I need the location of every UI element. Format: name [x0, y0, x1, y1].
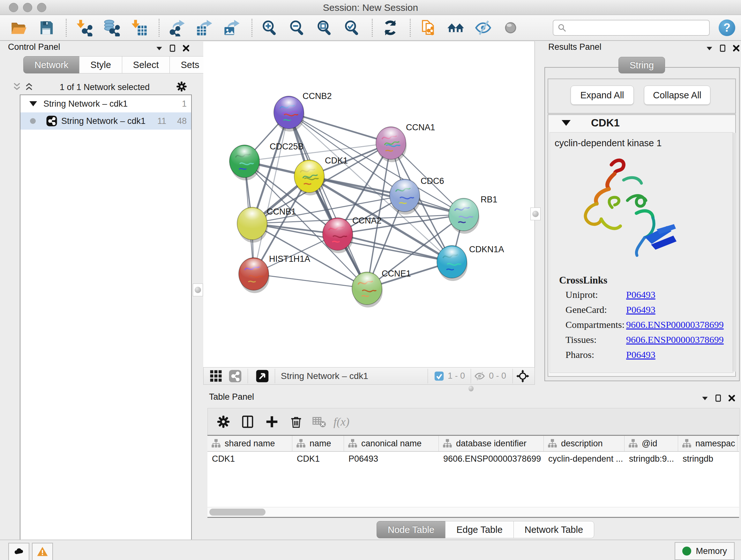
crosslink-row: Pharos:P06493	[565, 349, 731, 360]
delete-column-button[interactable]	[289, 415, 304, 429]
import-table-icon	[131, 19, 148, 37]
tab-style[interactable]: Style	[79, 56, 122, 73]
tab-string[interactable]: String	[618, 57, 665, 73]
gene-expander-icon[interactable]	[562, 120, 570, 126]
table-cell[interactable]: CDK1	[292, 452, 344, 466]
show-columns-button[interactable]	[240, 415, 255, 429]
gene-header[interactable]: CDK1	[562, 117, 721, 129]
table-cell[interactable]: 9606.ENSP00000378699	[439, 452, 544, 466]
export-image-button[interactable]	[223, 18, 241, 37]
results-panel-menu-icon[interactable]	[705, 44, 714, 52]
export-table-icon	[196, 19, 213, 37]
column-header--id[interactable]: @id	[624, 436, 678, 451]
search-input[interactable]	[569, 22, 705, 33]
column-header-name[interactable]: name	[292, 436, 344, 451]
table-cell[interactable]: cyclin-dependent ...	[544, 452, 624, 466]
memory-button[interactable]: Memory	[675, 542, 735, 560]
birdseye-view-button[interactable]	[256, 369, 269, 383]
crosslink-link[interactable]: 9606.ENSP00000378699	[626, 319, 724, 330]
zoom-in-button[interactable]	[261, 18, 279, 37]
network-background[interactable]	[203, 42, 534, 367]
crosslink-label: Pharos:	[565, 349, 626, 360]
collapse-all-icon[interactable]	[12, 82, 22, 92]
column-header-canonical-name[interactable]: canonical name	[344, 436, 439, 451]
warning-button[interactable]	[32, 543, 53, 560]
left-splitter-handle[interactable]	[193, 284, 203, 296]
table-cell[interactable]: stringdb:9...	[624, 452, 678, 466]
column-header-shared-name[interactable]: shared name	[207, 436, 292, 451]
tab-edge-table[interactable]: Edge Table	[445, 521, 514, 538]
network-collection-row[interactable]: String Network – cdk1 1	[20, 95, 191, 112]
import-database-button[interactable]	[103, 18, 121, 37]
right-splitter-handle[interactable]	[530, 207, 541, 220]
collapse-all-button[interactable]: Collapse All	[644, 85, 711, 105]
import-network-button[interactable]	[75, 18, 93, 37]
add-column-button[interactable]	[265, 415, 279, 429]
gray-eye-button[interactable]	[501, 18, 520, 37]
horizontal-splitter-handle[interactable]	[467, 385, 475, 392]
zoom-fit-button[interactable]	[316, 18, 334, 37]
tab-network[interactable]: Network	[23, 56, 79, 73]
refresh-view-button[interactable]	[381, 18, 400, 37]
table-row[interactable]: CDK1CDK1P064939606.ENSP00000378699cyclin…	[207, 452, 739, 466]
zoom-selected-button[interactable]	[343, 18, 361, 37]
table-hscrollbar-thumb[interactable]	[209, 509, 266, 516]
export-network-button[interactable]	[168, 18, 186, 37]
control-panel-menu-icon[interactable]	[155, 44, 163, 52]
open-session-button[interactable]	[10, 18, 28, 37]
help-button[interactable]: ?	[719, 19, 735, 36]
table-cell[interactable]: P06493	[344, 452, 439, 466]
zoom-in-icon	[261, 19, 279, 37]
table-hscrollbar[interactable]	[207, 507, 739, 518]
table-panel-close-icon[interactable]	[728, 394, 736, 402]
tab-node-table[interactable]: Node Table	[377, 521, 446, 538]
network-share-view-button[interactable]	[228, 369, 242, 383]
column-header-namespac[interactable]: namespac	[678, 436, 738, 451]
save-session-button[interactable]	[37, 18, 56, 37]
column-header-database-identifier[interactable]: database identifier	[439, 436, 544, 451]
results-panel-close-icon[interactable]	[732, 44, 740, 52]
cloud-button[interactable]	[8, 543, 29, 560]
grid-view-button[interactable]	[209, 369, 223, 383]
network-options-gear-icon[interactable]	[176, 80, 188, 94]
expand-all-button[interactable]: Expand All	[570, 85, 634, 105]
control-panel-title: Control Panel	[8, 42, 60, 52]
results-panel-float-icon[interactable]	[719, 44, 727, 52]
table-header-row: shared namenamecanonical namedatabase id…	[207, 436, 739, 452]
tab-select[interactable]: Select	[122, 56, 170, 73]
export-table-button[interactable]	[195, 18, 214, 37]
home-button[interactable]	[447, 18, 465, 37]
fit-selected-crosshair-button[interactable]	[516, 369, 529, 383]
network-selection-summary: 1 of 1 Network selected	[34, 82, 176, 92]
table-panel-float-icon[interactable]	[714, 394, 723, 402]
table-settings-gear-button[interactable]	[216, 415, 231, 429]
network-row-selected[interactable]: String Network – cdk1 11 48	[20, 112, 191, 130]
collection-label: String Network – cdk1	[44, 99, 166, 109]
column-header-description[interactable]: description	[544, 436, 624, 451]
selected-checkbox-icon[interactable]	[434, 371, 445, 381]
network-canvas[interactable]: CCNB2CCNA1CDC25BCDK1CDC6RB1CCNB1CCNA2CDK…	[203, 42, 534, 367]
node-label: RB1	[481, 195, 497, 204]
crosslink-link[interactable]: P06493	[626, 289, 656, 300]
selected-count: 1 - 0	[448, 371, 465, 381]
table-cell[interactable]: CDK1	[207, 452, 292, 466]
import-table-button[interactable]	[130, 18, 148, 37]
collection-expander-icon[interactable]	[29, 101, 37, 106]
zoom-out-button[interactable]	[288, 18, 307, 37]
table-panel-menu-icon[interactable]	[701, 394, 709, 402]
hide-eye-button[interactable]	[474, 18, 492, 37]
control-panel-close-icon[interactable]	[182, 44, 190, 52]
crosslink-link[interactable]: P06493	[626, 349, 656, 360]
results-scrollbar[interactable]	[733, 133, 736, 372]
crosslink-link[interactable]: P06493	[626, 304, 656, 315]
network-node-count: 11	[146, 116, 166, 126]
zoom-selected-icon	[344, 19, 361, 37]
search-field[interactable]	[553, 20, 710, 36]
share-session-button[interactable]	[419, 18, 437, 37]
expand-all-icon[interactable]	[24, 82, 34, 92]
table-cell[interactable]: stringdb	[678, 452, 738, 466]
table-type-tabs: Node TableEdge TableNetwork Table	[377, 521, 594, 538]
tab-network-table[interactable]: Network Table	[514, 521, 594, 538]
control-panel-float-icon[interactable]	[169, 44, 177, 52]
crosslink-link[interactable]: 9606.ENSP00000378699	[626, 334, 724, 345]
